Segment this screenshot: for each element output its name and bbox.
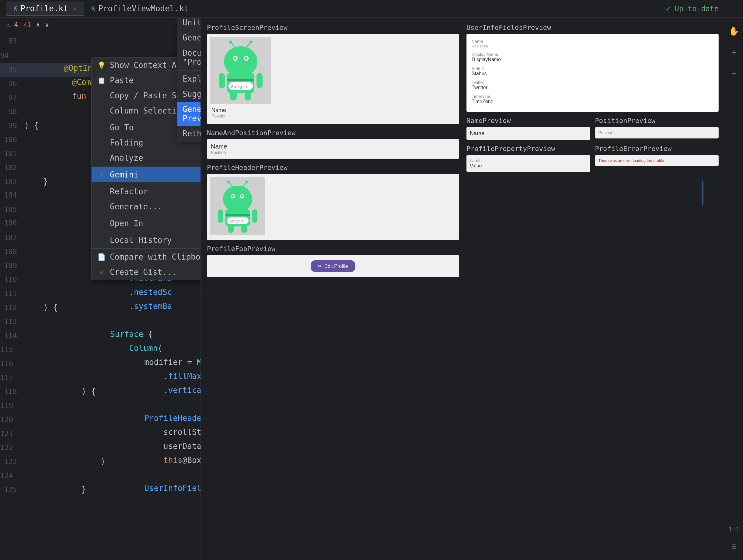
android-robot-large: G o o g l e [210,37,271,104]
menu-item-refactor[interactable]: Refactor › [92,184,201,199]
line-num-112: 112 [0,302,24,313]
nav-up[interactable]: ∧ [36,21,40,29]
line-num-93: 93 [0,35,24,47]
form-timezone-label: Timezone [472,94,713,99]
kotlin-icon-2: K [91,5,95,12]
line-num-114: 114 [0,330,24,342]
line-content-123: ) [24,455,201,468]
menu-item-local-history[interactable]: Local History › [92,232,201,248]
line-num-94: 94 [0,50,16,61]
menu-divider-5 [92,231,201,232]
code-line-114: 114 Column( [0,329,201,343]
tab-label-viewmodel: ProfileViewModel.kt [98,4,189,13]
label-rethink-names: Rethink variable names [182,129,201,138]
code-line-124: 124 UserInfoFields(userData, this@BoxWit… [0,469,201,483]
preview-title-profile-header: ProfileHeaderPreview [207,164,459,171]
line-num-107: 107 [0,232,24,244]
menu-item-create-gist[interactable]: ⊙ Create Gist... [92,264,201,280]
menu-divider-4 [92,215,201,215]
gemini-star-icon: ✦ [97,171,105,179]
gemini-submenu-generate-preview[interactable]: Generate "ProfileScreen" Preview [177,102,201,126]
svg-text:o: o [231,219,233,223]
form-status-value: Stahus [472,71,713,76]
preview-card-name-position: Name Position [207,139,459,159]
error-badge: ⚡1 [23,21,31,29]
property-value-text: Value [470,163,587,169]
sidebar-icon-expand[interactable]: ⊞ [729,539,739,554]
line-num-95: 95 [0,64,24,76]
svg-rect-37 [241,225,247,233]
preview-title-name-position: NameAndPositionPreview [207,129,459,137]
menu-item-gemini[interactable]: ✦ Gemini › [92,167,201,182]
form-display-label: Display Name [472,52,713,57]
label-unit-test: Unit Test Scenarios [182,18,201,27]
tab-profile[interactable]: K Profile.kt ✕ [6,2,84,16]
nav-down[interactable]: ∨ [45,21,49,29]
preview-card-fab: ✏ Edit Profile [207,255,459,277]
form-status-label: Status [472,66,713,71]
line-num-116: 116 [0,358,20,370]
code-line-120: 120 scrollState, [0,413,201,427]
gemini-submenu-generate-code[interactable]: Generate Code... ⌘\ [177,30,201,45]
tab-viewmodel[interactable]: K ProfileViewModel.kt [84,2,196,16]
code-line-118: 118 ) { [0,385,201,399]
gemini-submenu-suggest-improvements[interactable]: Suggest Improvements [177,86,201,102]
menu-divider-6 [92,248,201,249]
line-num-120: 120 [0,414,20,426]
line-num-109: 109 [0,260,24,271]
preview-section-profile-screen: ProfileScreenPreview [207,24,459,124]
line-num-113: 113 [0,316,24,328]
line-num-119: 119 [0,400,20,412]
svg-text:e: e [241,219,243,223]
edit-icon: ✏ [318,263,322,269]
preview-section-property: ProfilePropertyPreview Label Value [467,145,590,172]
sidebar-icon-zoom-out[interactable]: − [729,66,739,81]
line-num-123: 123 [0,456,24,468]
name-preview-text: Name [211,143,455,150]
line-num-122: 122 [0,442,20,454]
label-suggest-improvements: Suggest Improvements [182,89,201,99]
paste-icon: 📋 [97,77,105,84]
preview-card-property: Label Value [467,155,590,172]
preview-card-position: Position [595,127,719,138]
sidebar-icon-zoom-in[interactable]: + [729,45,739,60]
preview-position-label: Position [210,114,456,121]
label-document-function: Document Function "ProfileScreen" [182,48,201,67]
preview-right-col: UserInfoFieldsPreview Name Pop stion Dis… [467,24,719,554]
menu-label-open-in: Open In [110,219,201,228]
line-content-125: } [24,483,201,496]
gemini-submenu-unit-test[interactable]: Unit Test Scenarios [177,18,201,30]
line-num-110: 110 [0,274,24,286]
line-num-115: 115 [0,344,20,355]
menu-item-analyze[interactable]: Analyze › [92,150,201,166]
line-num-108: 108 [0,246,24,257]
svg-text:g: g [237,219,238,223]
sidebar-icon-hand[interactable]: ✋ [726,24,742,39]
svg-text:G: G [231,84,234,89]
svg-point-5 [245,57,247,60]
menu-label-analyze: Analyze [110,154,201,163]
preview-title-profile-fab: ProfileFabPreview [207,245,459,253]
form-twitter-value: Twntter [472,85,713,90]
gemini-submenu-document-function[interactable]: Document Function "ProfileScreen" [177,45,201,70]
svg-text:o: o [237,84,239,89]
menu-item-compare-clipboard[interactable]: 📄 Compare with Clipboard [92,249,201,264]
line-num-98: 98 [0,106,24,118]
svg-rect-11 [219,73,225,88]
label-generate-preview: Generate "ProfileScreen" Preview [182,105,201,123]
svg-point-1 [224,46,257,77]
line-num-102: 102 [0,162,24,173]
compare-icon: 📄 [97,253,105,261]
form-field-name: Name Pop stion [472,39,713,48]
tab-close-profile[interactable]: ✕ [73,5,77,12]
status-bar: ✓ Up-to-date [660,0,725,18]
gemini-submenu-explain-code[interactable]: Explain Code [177,71,201,86]
error-text: There was an error loading the profile [599,158,715,163]
line-num-103: 103 [0,176,24,187]
line-num-105: 105 [0,204,24,215]
gemini-submenu-rethink-names[interactable]: Rethink variable names [177,126,201,141]
svg-point-27 [232,196,234,198]
menu-item-generate[interactable]: Generate... ⌘N [92,199,201,214]
preview-panel: ProfileScreenPreview [201,18,725,560]
menu-item-open-in[interactable]: Open In › [92,216,201,231]
